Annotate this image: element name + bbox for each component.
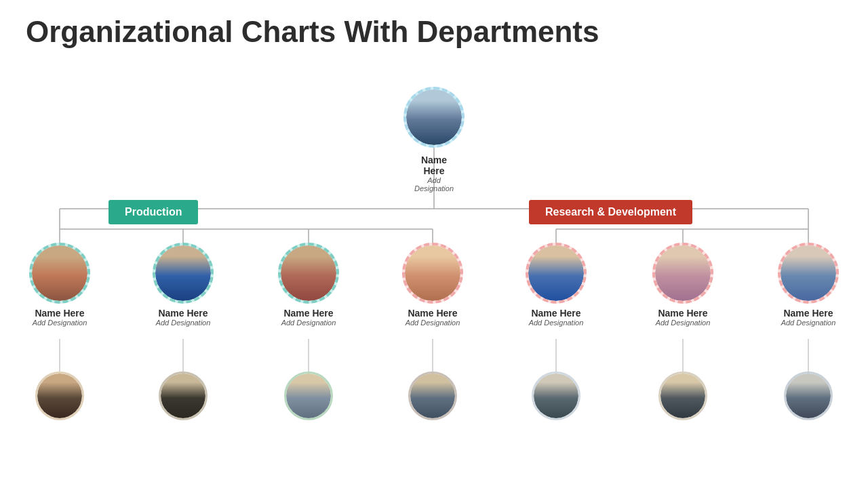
rd-node-2-abs: Name Here Add Designation — [652, 243, 713, 327]
rd-node-3-abs: Name Here Add Designation — [778, 243, 839, 327]
page-title-abs: Organizational Charts With Departments — [26, 15, 599, 49]
prod-node-4-abs: Name Here Add Designation — [402, 243, 463, 327]
all-lines — [0, 0, 868, 488]
bottom-node-1 — [35, 371, 84, 420]
top-avatar-abs — [403, 87, 465, 148]
top-name-abs: Name Here Add Designation — [410, 155, 458, 192]
bottom-node-6 — [658, 371, 707, 420]
rd-node-1-abs: Name Here Add Designation — [526, 243, 587, 327]
rd-banner-abs: Research & Development — [529, 200, 692, 224]
bottom-node-2 — [159, 371, 208, 420]
bottom-node-3 — [284, 371, 333, 420]
production-banner-abs: Production — [108, 200, 198, 224]
bottom-node-7 — [784, 371, 833, 420]
prod-node-3-abs: Name Here Add Designation — [278, 243, 339, 327]
prod-node-1-abs: Name Here Add Designation — [29, 243, 90, 327]
bottom-node-4 — [408, 371, 457, 420]
bottom-node-5 — [532, 371, 580, 420]
prod-node-2-abs: Name Here Add Designation — [153, 243, 214, 327]
